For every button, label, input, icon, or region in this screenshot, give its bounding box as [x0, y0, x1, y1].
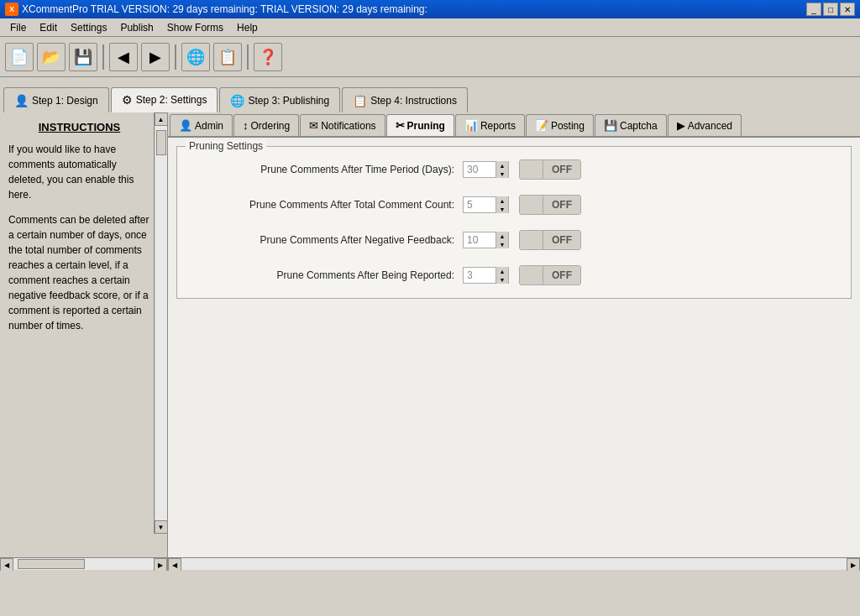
menu-show-forms[interactable]: Show Forms — [160, 20, 230, 35]
prune-increment-2[interactable]: ▲ — [496, 196, 508, 205]
step-4-label: Step 4: Instructions — [370, 95, 457, 107]
toolbar: 📄 📂 💾 ◀ ▶ 🌐 📋 ❓ — [0, 37, 860, 77]
prune-spinner-btns-3: ▲ ▼ — [496, 232, 508, 248]
captcha-tab[interactable]: 💾 Captcha — [595, 114, 667, 136]
app-icon: X — [5, 3, 18, 16]
advanced-icon: ▶ — [677, 119, 685, 132]
menu-file[interactable]: File — [3, 20, 33, 35]
titlebar-text: XCommentPro TRIAL VERSION: 29 days remai… — [22, 3, 427, 15]
step-1-tab[interactable]: 👤 Step 1: Design — [3, 87, 109, 112]
prune-value-2[interactable] — [464, 199, 496, 211]
prune-decrement-3[interactable]: ▼ — [496, 240, 508, 248]
forward-button[interactable]: ▶ — [141, 43, 170, 71]
content-scroll-left[interactable]: ◀ — [168, 558, 181, 571]
prune-label-1: Prune Comments After Time Period (Days): — [194, 164, 463, 175]
menu-edit[interactable]: Edit — [33, 20, 64, 35]
prune-spinner-btns-1: ▲ ▼ — [496, 161, 508, 178]
step-2-icon: ⚙ — [122, 93, 133, 107]
content-scroll-right[interactable]: ▶ — [847, 558, 860, 571]
prune-value-1[interactable] — [464, 164, 496, 175]
prune-toggle-4[interactable]: OFF — [519, 265, 581, 285]
toggle-left-2 — [520, 196, 543, 214]
save-button[interactable]: 💾 — [69, 43, 97, 71]
new-button[interactable]: 📄 — [5, 43, 34, 71]
ordering-label: Ordering — [251, 120, 291, 132]
prune-spinner-btns-2: ▲ ▼ — [496, 196, 508, 213]
menu-publish[interactable]: Publish — [113, 20, 160, 35]
step-4-tab[interactable]: 📋 Step 4: Instructions — [342, 87, 468, 112]
toggle-right-3: OFF — [543, 231, 580, 249]
back-button[interactable]: ◀ — [109, 43, 138, 71]
sidebar-title: INSTRUCTIONS — [8, 121, 150, 133]
steps-bar: 👤 Step 1: Design ⚙ Step 2: Settings 🌐 St… — [0, 77, 860, 112]
menu-settings[interactable]: Settings — [64, 20, 113, 35]
prune-spinner-3[interactable]: ▲ ▼ — [463, 232, 509, 248]
main-area: INSTRUCTIONS If you would like to have c… — [0, 112, 860, 557]
help-button[interactable]: ❓ — [254, 43, 282, 71]
refresh-button[interactable]: 🌐 — [181, 43, 210, 71]
sidebar-scroll-right[interactable]: ▶ — [154, 558, 167, 571]
bookmark-button[interactable]: 📋 — [213, 43, 242, 71]
pruning-label: Pruning — [407, 120, 445, 132]
toolbar-separator-2 — [175, 44, 176, 70]
notifications-label: Notifications — [321, 120, 375, 132]
sidebar-scroll-left[interactable]: ◀ — [0, 558, 13, 571]
sidebar-content: INSTRUCTIONS If you would like to have c… — [0, 112, 167, 557]
sidebar-para-2: Comments can be deleted after a certain … — [8, 212, 150, 333]
notifications-icon: ✉ — [309, 119, 318, 132]
scroll-up-button[interactable]: ▲ — [155, 112, 168, 126]
prune-decrement-4[interactable]: ▼ — [496, 275, 508, 284]
prune-increment-4[interactable]: ▲ — [496, 267, 508, 275]
pruning-group: Pruning Settings Prune Comments After Ti… — [176, 146, 852, 299]
sidebar-hscroll: ◀ ▶ — [0, 557, 168, 571]
prune-value-4[interactable] — [464, 269, 496, 281]
step-2-tab[interactable]: ⚙ Step 2: Settings — [111, 87, 218, 112]
prune-increment-1[interactable]: ▲ — [496, 161, 508, 170]
posting-icon: 📝 — [535, 119, 548, 132]
toggle-right-1: OFF — [543, 160, 580, 179]
scroll-down-button[interactable]: ▼ — [155, 520, 168, 534]
menu-help[interactable]: Help — [230, 20, 265, 35]
prune-toggle-3[interactable]: OFF — [519, 230, 581, 250]
prune-increment-3[interactable]: ▲ — [496, 232, 508, 240]
ordering-tab[interactable]: ↕ Ordering — [233, 114, 299, 136]
prune-label-3: Prune Comments After Negative Feedback: — [194, 234, 463, 246]
prune-decrement-2[interactable]: ▼ — [496, 205, 508, 213]
prune-toggle-2[interactable]: OFF — [519, 195, 581, 215]
prune-value-3[interactable] — [464, 234, 496, 246]
content-scroll-track — [181, 558, 847, 570]
open-button[interactable]: 📂 — [37, 43, 66, 71]
step-3-tab[interactable]: 🌐 Step 3: Publishing — [219, 87, 340, 112]
advanced-tab[interactable]: ▶ Advanced — [668, 114, 742, 136]
toolbar-separator-1 — [102, 44, 104, 70]
close-button[interactable]: ✕ — [840, 3, 855, 16]
admin-label: Admin — [195, 120, 223, 132]
posting-tab[interactable]: 📝 Posting — [526, 114, 594, 136]
content-hscroll: ◀ ▶ — [168, 557, 860, 571]
prune-label-4: Prune Comments After Being Reported: — [194, 269, 463, 281]
pruning-tab[interactable]: ✂ Pruning — [386, 114, 454, 136]
sub-tabs: 👤 Admin ↕ Ordering ✉ Notifications ✂ Pru… — [168, 112, 860, 138]
prune-spinner-2[interactable]: ▲ ▼ — [463, 196, 509, 213]
ordering-icon: ↕ — [243, 119, 249, 132]
prune-decrement-1[interactable]: ▼ — [496, 170, 508, 178]
minimize-button[interactable]: _ — [806, 3, 821, 16]
scroll-thumb[interactable] — [156, 130, 166, 155]
bottom-bar: ◀ ▶ ◀ ▶ — [0, 557, 860, 571]
prune-spinner-4[interactable]: ▲ ▼ — [463, 267, 509, 284]
toggle-right-2: OFF — [543, 196, 580, 214]
step-1-icon: 👤 — [14, 94, 29, 107]
maximize-button[interactable]: □ — [823, 3, 838, 16]
reports-tab[interactable]: 📊 Reports — [455, 114, 525, 136]
captcha-icon: 💾 — [604, 119, 617, 132]
sidebar-scroll-thumb[interactable] — [18, 559, 85, 569]
advanced-label: Advanced — [688, 120, 732, 132]
scroll-track — [155, 126, 167, 520]
reports-icon: 📊 — [464, 119, 478, 132]
prune-toggle-1[interactable]: OFF — [519, 159, 581, 180]
admin-tab[interactable]: 👤 Admin — [170, 114, 233, 136]
menubar: File Edit Settings Publish Show Forms He… — [0, 18, 860, 37]
prune-spinner-1[interactable]: ▲ ▼ — [463, 161, 509, 178]
toggle-left-1 — [520, 160, 543, 179]
notifications-tab[interactable]: ✉ Notifications — [300, 114, 385, 136]
